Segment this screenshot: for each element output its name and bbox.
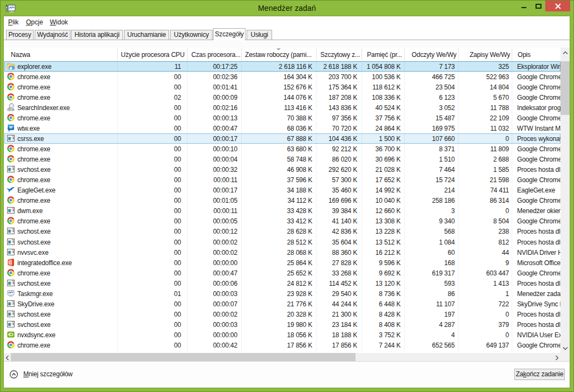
svg-text:W: W — [9, 126, 13, 130]
